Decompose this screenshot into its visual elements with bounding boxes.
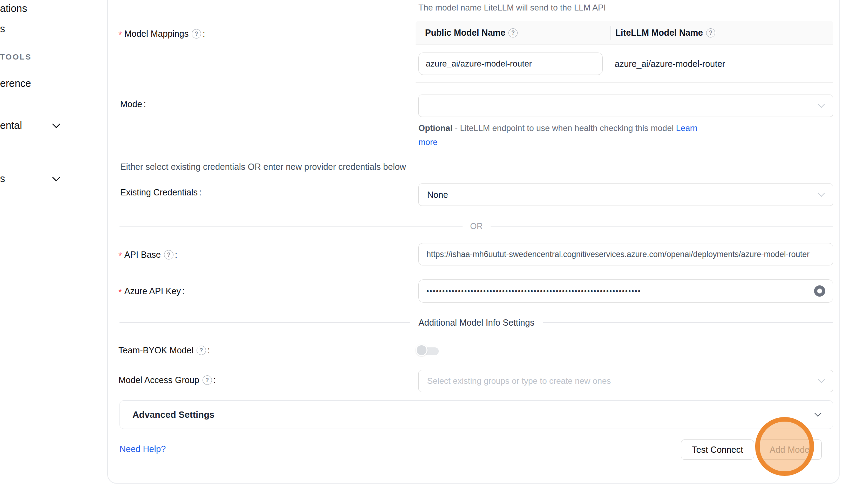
- required-mark: *: [118, 249, 122, 261]
- toggle-knob: [416, 344, 428, 356]
- sidebar-item-experimental[interactable]: ental: [0, 120, 22, 131]
- existing-credentials-label-text: Existing Credentials: [120, 187, 198, 198]
- sidebar-item-1[interactable]: s: [0, 23, 5, 35]
- model-mappings-table-header: Public Model Name ? LiteLLM Model Name ?: [416, 21, 833, 45]
- required-mark: *: [118, 28, 122, 40]
- divider-line: [543, 322, 833, 323]
- sidebar-section-tools: TOOLS: [0, 53, 32, 62]
- mode-label-text: Mode: [120, 99, 142, 109]
- team-byok-label: Team-BYOK Model ? :: [118, 345, 210, 355]
- label-colon: :: [199, 187, 201, 198]
- or-divider: OR: [119, 221, 833, 231]
- team-byok-toggle[interactable]: [416, 344, 440, 358]
- model-mappings-label-text: Model Mappings: [124, 29, 189, 39]
- label-colon: :: [175, 250, 177, 260]
- model-access-group-placeholder: Select existing groups or type to create…: [419, 376, 611, 386]
- need-help-link[interactable]: Need Help?: [119, 444, 166, 454]
- help-icon[interactable]: ?: [192, 29, 201, 39]
- divider-line: [119, 322, 410, 323]
- label-colon: :: [203, 29, 205, 39]
- chevron-down-icon: [818, 376, 825, 383]
- label-colon: :: [207, 345, 210, 355]
- header-column-divider: [610, 26, 611, 40]
- mode-hint: Optional - LiteLLM endpoint to use when …: [418, 121, 715, 149]
- model-mappings-table: Public Model Name ? LiteLLM Model Name ?…: [416, 21, 833, 83]
- help-icon[interactable]: ?: [203, 375, 212, 385]
- info-settings-divider-text: Additional Model Info Settings: [418, 318, 534, 328]
- help-icon[interactable]: ?: [508, 28, 518, 37]
- help-icon[interactable]: ?: [197, 346, 206, 355]
- mode-hint-text: - LiteLLM endpoint to use when health ch…: [455, 123, 674, 133]
- azure-api-key-label: * Azure API Key :: [118, 285, 185, 297]
- model-mappings-label: * Model Mappings ? :: [118, 28, 205, 40]
- team-byok-label-text: Team-BYOK Model: [118, 345, 193, 355]
- info-settings-divider: Additional Model Info Settings: [119, 317, 833, 328]
- test-connect-button[interactable]: Test Connect: [681, 439, 754, 460]
- chevron-down-icon[interactable]: [52, 120, 60, 128]
- add-model-screen: ations s TOOLS erence ental s The model …: [0, 0, 868, 485]
- model-mapping-row: azure_ai/azure-model-router: [416, 45, 833, 83]
- api-base-field[interactable]: [418, 243, 833, 265]
- mode-hint-bold: Optional: [418, 123, 452, 133]
- chevron-down-icon[interactable]: [52, 173, 60, 181]
- advanced-settings-label: Advanced Settings: [132, 409, 214, 420]
- label-colon: :: [213, 375, 216, 385]
- eye-icon[interactable]: [814, 285, 825, 297]
- required-mark: *: [118, 285, 122, 297]
- mode-select[interactable]: [418, 95, 833, 117]
- advanced-settings-panel[interactable]: Advanced Settings: [119, 400, 833, 429]
- model-access-group-select[interactable]: Select existing groups or type to create…: [418, 370, 833, 392]
- help-icon[interactable]: ?: [706, 28, 715, 37]
- model-name-hint: The model name LiteLLM will send to the …: [418, 3, 606, 13]
- model-access-group-label-text: Model Access Group: [118, 375, 199, 385]
- litellm-model-name-header-text: LiteLLM Model Name: [615, 28, 703, 38]
- azure-api-key-label-text: Azure API Key: [124, 286, 181, 296]
- azure-api-key-field[interactable]: ••••••••••••••••••••••••••••••••••••••••…: [418, 279, 833, 303]
- chevron-down-icon: [814, 410, 821, 417]
- litellm-model-name-value: azure_ai/azure-model-router: [615, 45, 725, 83]
- existing-credentials-select[interactable]: None: [418, 183, 833, 206]
- api-base-input[interactable]: [426, 250, 825, 259]
- mode-label: Mode :: [120, 99, 146, 109]
- or-divider-text: OR: [470, 221, 483, 231]
- sidebar-item-inference[interactable]: erence: [0, 78, 31, 89]
- divider-line: [491, 226, 834, 227]
- masked-api-key: ••••••••••••••••••••••••••••••••••••••••…: [426, 287, 662, 295]
- public-model-name-input[interactable]: [418, 53, 603, 75]
- click-highlight-circle: [755, 417, 814, 476]
- public-model-name-header: Public Model Name ?: [416, 28, 610, 38]
- litellm-model-name-header: LiteLLM Model Name ?: [610, 28, 715, 38]
- divider-line: [119, 226, 463, 227]
- credentials-note: Either select existing credentials OR en…: [120, 162, 406, 172]
- chevron-down-icon: [818, 190, 825, 197]
- sidebar-item-settings[interactable]: s: [0, 173, 5, 185]
- sidebar-item-organizations[interactable]: ations: [0, 3, 27, 14]
- label-colon: :: [144, 99, 146, 109]
- chevron-down-icon: [818, 101, 825, 108]
- api-base-label-text: API Base: [124, 250, 161, 260]
- public-model-name-header-text: Public Model Name: [425, 28, 505, 38]
- help-icon[interactable]: ?: [164, 250, 173, 259]
- label-colon: :: [182, 286, 185, 296]
- existing-credentials-label: Existing Credentials :: [120, 187, 201, 198]
- model-access-group-label: Model Access Group ? :: [118, 375, 216, 385]
- api-base-label: * API Base ? :: [118, 249, 177, 261]
- existing-credentials-value: None: [419, 190, 448, 200]
